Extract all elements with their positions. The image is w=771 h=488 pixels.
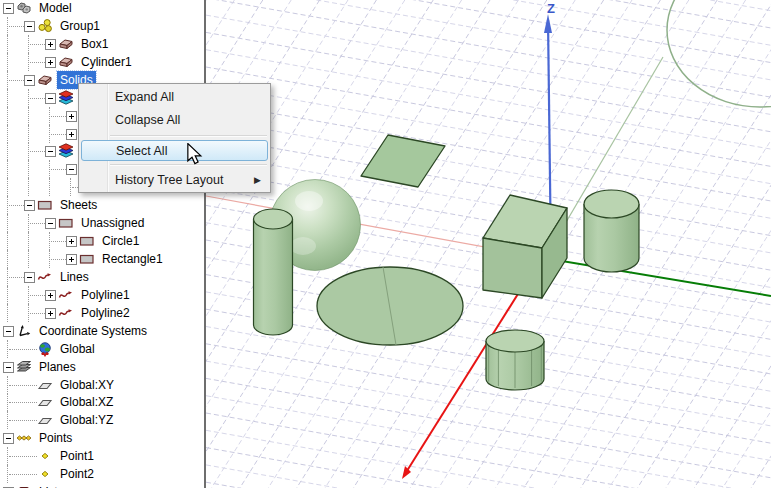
- menu-item-history-tree-layout[interactable]: History Tree Layout▶: [79, 169, 270, 192]
- expand-toggle[interactable]: [45, 93, 56, 104]
- model-tree[interactable]: ModelGroup1Box1Cylinder1SolidsSheetsUnas…: [0, 0, 206, 488]
- tree-connector: [28, 107, 29, 125]
- tree-item-global-yz[interactable]: Global:YZ: [0, 411, 204, 429]
- expand-toggle[interactable]: [3, 3, 14, 14]
- tree-connector: [28, 89, 29, 107]
- expand-toggle[interactable]: [66, 236, 77, 247]
- tree-connector: [30, 223, 45, 224]
- expand-toggle[interactable]: [45, 39, 56, 50]
- tree-connector: [51, 169, 66, 170]
- solid-icon: [58, 54, 74, 70]
- tree-item-label: Planes: [36, 358, 79, 376]
- tree-connector: [7, 340, 8, 358]
- faceted-cylinder-shape[interactable]: [486, 330, 544, 390]
- tree-item-cylinder1[interactable]: Cylinder1: [0, 53, 204, 71]
- expand-toggle[interactable]: [3, 362, 14, 373]
- expand-toggle[interactable]: [45, 218, 56, 229]
- tree-item-planes[interactable]: Planes: [0, 358, 204, 376]
- tree-item-global-xy[interactable]: Global:XY: [0, 376, 204, 394]
- tree-item-polyline2[interactable]: Polyline2: [0, 304, 204, 322]
- tree-item-unassigned[interactable]: Unassigned: [0, 214, 204, 232]
- tree-connector: [7, 17, 8, 35]
- tree-item-label: Point2: [57, 465, 97, 483]
- tree-item-global-xz[interactable]: Global:XZ: [0, 393, 204, 411]
- tree-connector: [7, 465, 8, 483]
- tree-connector: [9, 385, 37, 386]
- expand-toggle[interactable]: [66, 254, 77, 265]
- tree-connector: [7, 53, 8, 71]
- tree-item-lines[interactable]: Lines: [0, 268, 204, 286]
- menu-item-select-all[interactable]: Select All: [81, 140, 268, 161]
- tree-connector: [7, 447, 8, 465]
- sheet-icon: [79, 251, 95, 267]
- tree-item-sheets[interactable]: Sheets: [0, 196, 204, 214]
- tree-connector: [7, 393, 8, 411]
- tree-item-group1[interactable]: Group1: [0, 17, 204, 35]
- solid-icon: [58, 36, 74, 52]
- model-icon: [16, 0, 32, 16]
- tree-item-global[interactable]: Global: [0, 340, 204, 358]
- tree-connector: [51, 259, 66, 260]
- expand-toggle[interactable]: [24, 272, 35, 283]
- plane-icon: [37, 394, 53, 410]
- viewport-3d[interactable]: Z: [206, 0, 771, 488]
- tree-connector: [7, 268, 8, 286]
- expand-toggle[interactable]: [45, 290, 56, 301]
- sheet-icon: [58, 215, 74, 231]
- tree-item-rectangle1[interactable]: Rectangle1: [0, 250, 204, 268]
- expand-toggle[interactable]: [24, 21, 35, 32]
- cylinder-shape[interactable]: [584, 190, 639, 272]
- line-icon: [58, 287, 74, 303]
- tree-item-points[interactable]: Points: [0, 429, 204, 447]
- group-icon: [37, 18, 53, 34]
- tree-item-lists[interactable]: Lists: [0, 483, 204, 488]
- expand-toggle[interactable]: [45, 308, 56, 319]
- tall-cylinder-shape[interactable]: [254, 209, 293, 335]
- tree-connector: [9, 277, 24, 278]
- tree-item-point1[interactable]: Point1: [0, 447, 204, 465]
- expand-toggle[interactable]: [45, 146, 56, 157]
- expand-toggle[interactable]: [66, 111, 77, 122]
- tree-connector: [7, 286, 8, 304]
- submenu-arrow-icon: ▶: [254, 169, 261, 192]
- globe-icon: [37, 341, 53, 357]
- tree-connector: [7, 178, 8, 196]
- expand-toggle[interactable]: [24, 75, 35, 86]
- tree-connector: [7, 125, 8, 143]
- expand-toggle[interactable]: [45, 57, 56, 68]
- tree-connector: [49, 107, 50, 125]
- tree-item-model[interactable]: Model: [0, 0, 204, 17]
- tree-item-polyline1[interactable]: Polyline1: [0, 286, 204, 304]
- tree-connector: [28, 142, 29, 160]
- sheet-icon: [37, 197, 53, 213]
- tree-connector: [30, 313, 45, 314]
- tree-connector: [7, 214, 8, 232]
- tree-item-point2[interactable]: Point2: [0, 465, 204, 483]
- planes-icon: [16, 359, 32, 375]
- tree-connector: [49, 125, 50, 143]
- expand-toggle[interactable]: [24, 200, 35, 211]
- tree-connector: [51, 241, 66, 242]
- disc-shape[interactable]: [317, 267, 463, 345]
- expand-toggle[interactable]: [3, 326, 14, 337]
- tree-connector: [28, 178, 29, 196]
- tree-item-circle1[interactable]: Circle1: [0, 232, 204, 250]
- tree-item-box1[interactable]: Box1: [0, 35, 204, 53]
- tree-item-label: Model: [36, 0, 75, 17]
- expand-toggle[interactable]: [66, 164, 77, 175]
- tree-connector: [7, 160, 8, 178]
- tree-connector: [7, 376, 8, 394]
- expand-toggle[interactable]: [3, 433, 14, 444]
- tree-connector: [28, 286, 29, 304]
- menu-item-collapse-all[interactable]: Collapse All: [79, 109, 270, 132]
- tree-connector: [9, 80, 24, 81]
- expand-toggle[interactable]: [66, 129, 77, 140]
- tree-connector: [7, 107, 8, 125]
- tree-connector: [7, 142, 8, 160]
- tree-connector: [28, 304, 29, 322]
- tree-item-coordinate-systems[interactable]: Coordinate Systems: [0, 322, 204, 340]
- tree-item-label: Lines: [57, 268, 92, 286]
- tree-item-label: Rectangle1: [99, 250, 166, 268]
- menu-item-expand-all[interactable]: Expand All: [79, 86, 270, 109]
- tree-connector: [7, 250, 8, 268]
